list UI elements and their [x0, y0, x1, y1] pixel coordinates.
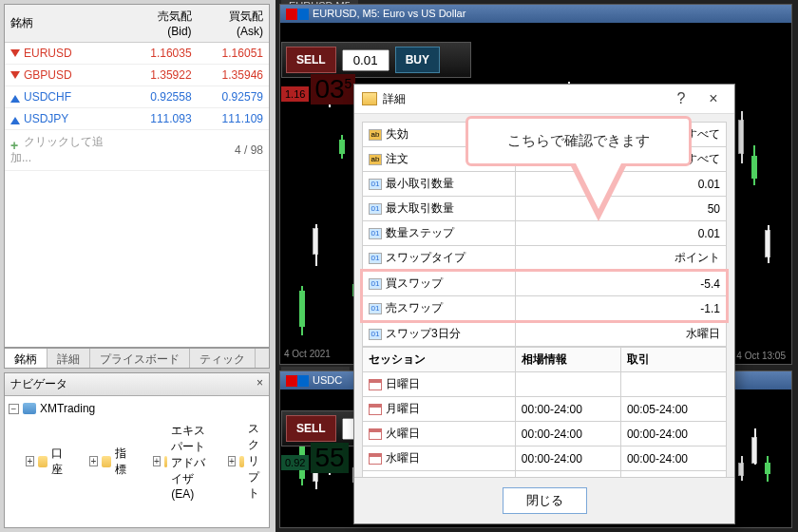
collapse-icon[interactable]: −: [9, 404, 19, 414]
tab-symbols[interactable]: 銘柄: [5, 349, 48, 368]
market-watch-panel: 銘柄 売気配(Bid) 買気配(Ask) EURUSD1.160351.1605…: [4, 4, 270, 348]
session-row: 月曜日00:00-24:0000:05-24:00: [363, 397, 727, 422]
session-row: 日曜日: [363, 372, 727, 397]
order-ticket-eurusd: SELL BUY: [281, 42, 471, 78]
calendar-icon: [369, 453, 382, 465]
detail-row: 01スワップタイプポイント: [363, 246, 727, 271]
detail-row: 01買スワップ-5.4: [363, 272, 727, 296]
broker-icon: [23, 403, 36, 414]
arrow-up-icon: [10, 115, 20, 124]
plus-icon: +: [10, 138, 20, 147]
annotation-callout: こちらで確認できます: [466, 116, 692, 221]
close-icon[interactable]: ×: [256, 376, 263, 392]
fld-icon: [38, 456, 48, 467]
tab-priceboard[interactable]: プライスボード: [90, 349, 190, 368]
tree-item[interactable]: +指標: [72, 444, 132, 480]
symbol-row[interactable]: GBPUSD1.359221.35946: [5, 65, 269, 86]
tree-item[interactable]: +エキスパートアドバイザ(EA): [136, 421, 207, 503]
sell-price[interactable]: 0.9255: [281, 443, 349, 473]
flag-icon: [286, 375, 309, 387]
detail-row: 01数量ステップ0.01: [363, 221, 727, 246]
chart-date: 4 Oct 2021: [284, 349, 331, 359]
sell-price[interactable]: 1.16035: [281, 74, 355, 104]
symbol-row[interactable]: EURUSD1.160351.16051: [5, 43, 269, 65]
tree-root-label: XMTrading: [40, 402, 95, 415]
tree-item-label: 口座: [51, 446, 68, 478]
flag-icon: [286, 9, 309, 20]
symbol-row[interactable]: USDJPY111.093111.109: [5, 108, 269, 130]
row-icon: 01: [369, 303, 382, 314]
col-quote: 相場情報: [515, 348, 620, 372]
tab-tick[interactable]: ティック: [190, 349, 256, 368]
sell-button[interactable]: SELL: [286, 415, 336, 442]
tree-item[interactable]: +スクリプト: [211, 419, 271, 504]
close-button[interactable]: 閉じる: [503, 487, 587, 514]
help-icon[interactable]: ?: [668, 90, 694, 107]
col-session: セッション: [363, 348, 516, 372]
volume-input[interactable]: [342, 49, 390, 71]
row-icon: 01: [369, 203, 382, 215]
row-icon: 01: [369, 329, 382, 340]
col-trade: 取引: [620, 348, 726, 372]
tree-item-label: エキスパートアドバイザ(EA): [171, 423, 207, 501]
add-symbol-row[interactable]: +クリックして追加...4 / 98: [5, 130, 269, 171]
row-icon: 01: [369, 253, 382, 264]
fld-icon: [239, 456, 245, 467]
expand-icon[interactable]: +: [153, 456, 161, 466]
expand-icon[interactable]: +: [89, 456, 98, 466]
sell-button[interactable]: SELL: [286, 47, 336, 73]
session-row: 水曜日00:00-24:0000:00-24:00: [363, 446, 727, 471]
chart-title: EURUSD, M5: Euro vs US Dollar: [280, 5, 791, 23]
fld-icon: [102, 456, 111, 467]
tree-root[interactable]: − XMTrading: [7, 400, 267, 417]
row-icon: ab: [369, 154, 382, 165]
navigator-title: ナビゲータ: [10, 376, 67, 392]
expand-icon[interactable]: +: [26, 456, 34, 466]
row-icon: ab: [369, 129, 382, 141]
calendar-icon: [369, 404, 382, 415]
calendar-icon: [369, 428, 382, 440]
navigator-tree: − XMTrading +口座+指標+エキスパートアドバイザ(EA)+スクリプト…: [5, 396, 269, 509]
tree-item-label: 指標: [115, 446, 132, 478]
folder-icon: [362, 92, 377, 105]
close-icon[interactable]: ×: [700, 90, 727, 107]
arrow-up-icon: [10, 93, 20, 103]
navigator-panel: ナビゲータ × − XMTrading +口座+指標+エキスパートアドバイザ(E…: [4, 372, 270, 528]
calendar-icon: [369, 379, 382, 390]
session-row: 火曜日00:00-24:0000:00-24:00: [363, 422, 727, 446]
row-icon: 01: [369, 179, 382, 190]
col-symbol[interactable]: 銘柄: [5, 5, 128, 43]
col-ask[interactable]: 買気配(Ask): [198, 5, 269, 43]
session-row: 木曜日00:00-24:0000:00-24:00: [363, 471, 727, 478]
row-icon: 01: [369, 278, 382, 290]
market-watch-tabs: 銘柄 詳細 プライスボード ティック: [4, 348, 270, 369]
detail-row: 01スワップ3日分水曜日: [363, 322, 727, 347]
arrow-down-icon: [10, 71, 20, 81]
expand-icon[interactable]: +: [228, 456, 236, 466]
dialog-title: 詳細: [383, 91, 406, 107]
symbol-row[interactable]: USDCHF0.925580.92579: [5, 86, 269, 108]
col-bid[interactable]: 売気配(Bid): [128, 5, 198, 43]
tree-item[interactable]: +口座: [9, 444, 68, 480]
tab-details[interactable]: 詳細: [48, 349, 90, 368]
row-icon: 01: [369, 228, 382, 239]
fld-icon: [164, 456, 167, 467]
detail-row: 01売スワップ-1.1: [363, 296, 727, 321]
tree-item-label: スクリプト: [248, 421, 271, 502]
arrow-down-icon: [10, 49, 20, 59]
buy-button[interactable]: BUY: [395, 47, 440, 73]
